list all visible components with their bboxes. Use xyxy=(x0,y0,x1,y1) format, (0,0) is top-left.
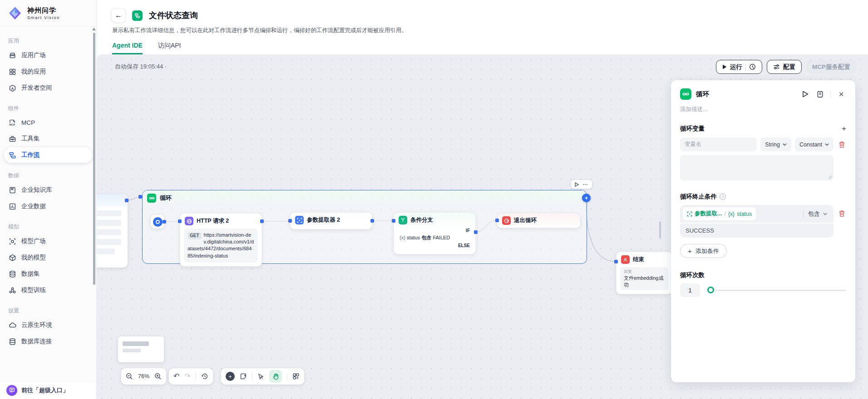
select-cursor-icon[interactable] xyxy=(257,373,264,380)
sidebar-item-model-training[interactable]: 模型训练 xyxy=(4,282,92,298)
add-condition-button[interactable]: + 添加条件 xyxy=(680,244,727,258)
config-label: 配置 xyxy=(783,63,795,71)
tab-access-api[interactable]: 访问API xyxy=(158,42,181,54)
variable-name-input[interactable]: 变量名 xyxy=(680,137,757,151)
sidebar-item-my-apps[interactable]: 我的应用 xyxy=(4,64,92,79)
sidebar-item-label: 数据集 xyxy=(21,270,40,278)
sidebar-item-workflow[interactable]: 工作流 xyxy=(4,147,92,163)
more-icon[interactable]: ... xyxy=(582,180,588,186)
sidebar-item-app-market[interactable]: 应用广场 xyxy=(4,48,92,63)
back-button[interactable]: ← xyxy=(111,8,126,23)
auto-layout-icon[interactable] xyxy=(292,373,300,380)
sidebar-item-model-market[interactable]: 模型广场 xyxy=(4,234,92,249)
loop-header[interactable]: 循环 xyxy=(143,190,587,206)
bar-chart-icon xyxy=(9,203,16,210)
sidebar-item-toolset[interactable]: 工具集 xyxy=(4,131,92,146)
delete-variable-button[interactable] xyxy=(837,140,846,150)
undo-icon[interactable]: ↶ xyxy=(173,373,179,380)
operator-value: 包含 xyxy=(808,210,820,218)
sidebar-item-knowledge-base[interactable]: 企业知识库 xyxy=(4,182,92,198)
variable-type-select[interactable]: String xyxy=(760,137,791,151)
minimap[interactable] xyxy=(118,336,164,362)
sidebar-item-my-models[interactable]: 我的模型 xyxy=(4,250,92,265)
redo-icon[interactable]: ↷ xyxy=(184,373,190,380)
tools-toolbar: + xyxy=(221,368,304,384)
end-node[interactable]: 结束 回复 文件embedding成功 xyxy=(616,252,672,294)
loop-input-port[interactable] xyxy=(138,195,142,199)
sidebar-item-developer-space[interactable]: 开发者空间 xyxy=(4,80,92,96)
sidebar-item-label: 开发者空间 xyxy=(21,84,52,92)
loop-count-input[interactable]: 1 xyxy=(680,283,700,297)
add-node-button[interactable]: + xyxy=(226,372,235,381)
input-port[interactable] xyxy=(392,219,395,223)
http-request-node[interactable]: HTTP 请求 2 GET https://smartvision-dev.di… xyxy=(180,213,262,267)
input-port[interactable] xyxy=(178,219,182,223)
branch-value: FAILED xyxy=(433,235,450,240)
add-note-icon[interactable] xyxy=(240,373,247,380)
sidebar-scrollbar[interactable] xyxy=(93,33,95,285)
workflow-canvas[interactable]: 自动保存 19:05:44 · 运行 配置 MCP服务配置 xyxy=(97,54,868,399)
output-port[interactable] xyxy=(163,220,166,224)
mcp-service-config-button[interactable]: MCP服务配置 xyxy=(806,60,856,74)
brand-logo: 神州问学 Smart Vision xyxy=(0,0,96,26)
sidebar-item-database-connection[interactable]: 数据库连接 xyxy=(4,334,92,349)
sidebar-item-label: 我的应用 xyxy=(21,68,46,76)
input-port[interactable] xyxy=(288,219,292,223)
sidebar-footer-super-entry[interactable]: 前往「超级入口」 xyxy=(0,381,96,399)
run-button[interactable]: 运行 xyxy=(716,60,762,74)
sidebar-item-mcp[interactable]: MCP MCP xyxy=(4,115,92,130)
section-label-components: 组件 xyxy=(8,105,88,112)
delete-condition-button[interactable] xyxy=(837,209,846,219)
input-port[interactable] xyxy=(614,260,618,263)
loop-title: 循环 xyxy=(160,194,172,202)
sidebar-item-label: 企业知识库 xyxy=(21,186,52,194)
workflow-icon xyxy=(9,151,16,159)
brand-title: 神州问学 xyxy=(27,6,60,15)
if-output-port[interactable] xyxy=(474,230,478,234)
config-button[interactable]: 配置 xyxy=(767,60,802,74)
output-port[interactable] xyxy=(370,219,374,223)
version-history-icon[interactable] xyxy=(201,373,208,380)
cloud-icon xyxy=(9,321,16,329)
condition-variable-select[interactable]: 参数提取... / {x} status xyxy=(683,207,756,220)
http-request-preview: GET https://smartvision-dev.digitalchina… xyxy=(184,229,258,263)
canvas-scrollbar[interactable] xyxy=(659,221,661,238)
run-node-icon[interactable] xyxy=(575,182,579,187)
sidebar-item-label: 云原生环境 xyxy=(21,321,52,329)
sidebar-scrollbar-arrow[interactable] xyxy=(92,28,96,30)
condition-value-input[interactable]: SUCCESS xyxy=(680,223,833,238)
variable-value-textarea[interactable] xyxy=(680,155,833,180)
variable-mode-select[interactable]: Constant xyxy=(795,137,833,151)
add-variable-button[interactable]: + xyxy=(842,124,846,133)
close-panel-button[interactable]: × xyxy=(836,89,846,99)
parameter-extractor-node[interactable]: 参数提取器 2 xyxy=(290,212,372,229)
output-port[interactable] xyxy=(260,219,264,223)
pan-hand-tool[interactable] xyxy=(269,370,282,383)
zoom-out-icon[interactable] xyxy=(126,373,133,380)
run-node-button[interactable] xyxy=(800,89,810,99)
zoom-in-icon[interactable] xyxy=(154,373,162,380)
output-port[interactable] xyxy=(125,199,128,202)
sidebar-item-datasets[interactable]: 数据集 xyxy=(4,266,92,282)
sidebar-item-cloud-native[interactable]: 云原生环境 xyxy=(4,317,92,333)
sidebar-item-label: 工作流 xyxy=(21,151,40,159)
condition-operator-select[interactable]: 包含 xyxy=(808,210,831,218)
clipped-node-card[interactable] xyxy=(97,194,128,268)
condition-branch-node[interactable]: 条件分支 IF {x} status 包含 FAILED ELSE xyxy=(394,212,476,254)
copy-node-button[interactable] xyxy=(815,89,825,99)
description-placeholder[interactable]: 添加描述... xyxy=(680,106,846,113)
loop-count-slider[interactable] xyxy=(707,287,846,294)
zoom-level[interactable]: 76% xyxy=(138,373,149,380)
workflow-type-icon xyxy=(132,10,143,21)
input-port[interactable] xyxy=(495,219,499,222)
node-title: 退出循环 xyxy=(514,217,537,224)
add-next-node-button[interactable]: + xyxy=(582,194,591,202)
tab-agent-ide[interactable]: Agent IDE xyxy=(112,42,143,54)
sidebar-item-label: 我的模型 xyxy=(21,253,46,262)
database-connect-icon xyxy=(9,338,16,345)
chevron-down-icon xyxy=(823,213,827,215)
sidebar-item-enterprise-data[interactable]: 企业数据 xyxy=(4,199,92,214)
exit-loop-node[interactable]: 退出循环 xyxy=(497,213,580,228)
slider-knob[interactable] xyxy=(707,287,714,293)
page-description: 展示私有工作流详细信息，您可以在此对工作流进行多节点编排和运行，编排好的工作流配… xyxy=(112,27,855,34)
